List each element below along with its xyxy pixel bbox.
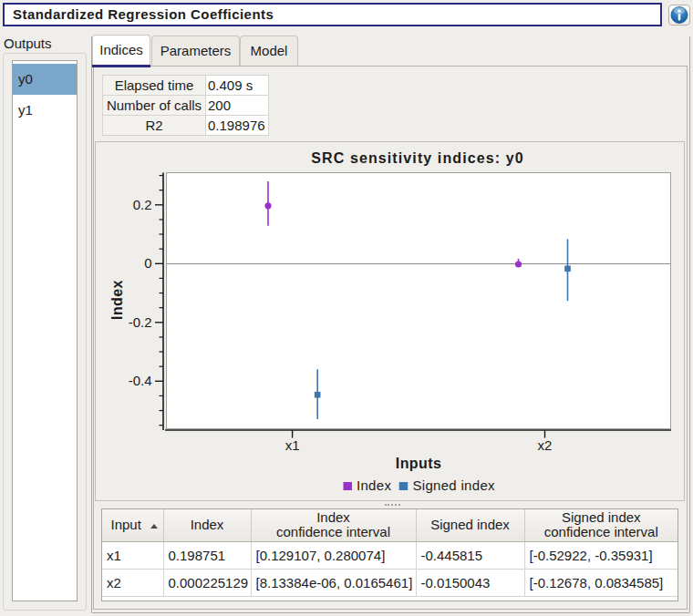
svg-text:Index: Index (357, 477, 391, 493)
svg-text:0: 0 (144, 255, 151, 271)
svg-text:-0.4: -0.4 (129, 373, 152, 388)
svg-text:Inputs: Inputs (396, 456, 441, 471)
svg-text:x2: x2 (538, 437, 553, 453)
svg-text:Index: Index (109, 280, 125, 320)
svg-text:-0.2: -0.2 (129, 314, 152, 330)
svg-text:x1: x1 (285, 437, 300, 453)
svg-text:Signed index: Signed index (413, 477, 496, 493)
svg-text:0.2: 0.2 (133, 197, 152, 212)
svg-text:SRC sensitivity indices: y0: SRC sensitivity indices: y0 (311, 150, 523, 166)
